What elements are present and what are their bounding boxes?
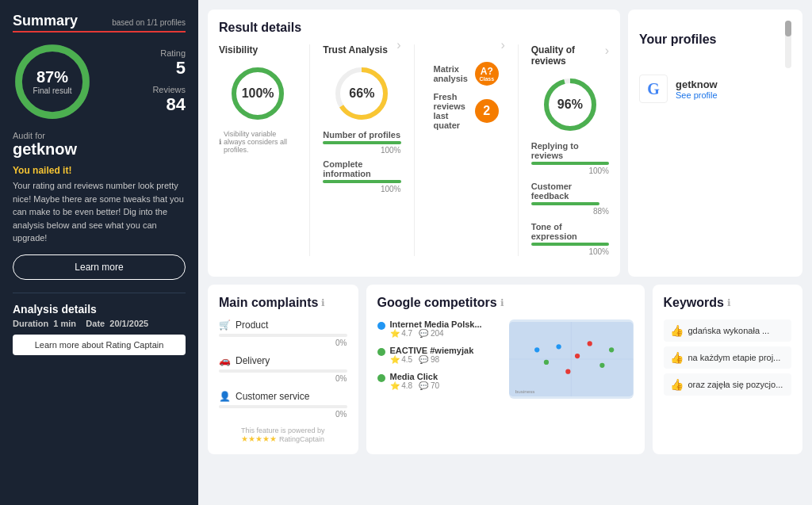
powered-stars: ★★★★★ RatingCaptain <box>219 434 347 443</box>
visibility-circle: 100% <box>226 62 289 125</box>
quality-value: 96% <box>557 98 583 112</box>
complete-info-bar <box>323 180 400 183</box>
keywords-card: Keywords ℹ 👍 gdańska wykonała ... 👍 na k… <box>653 285 803 454</box>
trust-chevron[interactable]: › <box>396 38 400 52</box>
audit-label: Audit for <box>13 131 186 140</box>
see-profile-link[interactable]: See profile <box>676 90 718 100</box>
comp-info-3: Media Click ⭐ 4.8 💬 70 <box>390 372 440 390</box>
quality-chevron[interactable]: › <box>605 44 609 58</box>
comp-stats-1: ⭐ 4.7 💬 204 <box>390 329 482 338</box>
svg-point-13 <box>588 341 592 346</box>
sidebar-title: Summary <box>13 13 78 29</box>
quality-col: Quality of reviews › 96% <box>531 44 609 256</box>
tone-bar <box>531 243 609 246</box>
visibility-col: Visibility 100% ℹ Visibility variable al… <box>219 44 297 256</box>
star-2: ⭐ 4.5 <box>390 355 413 364</box>
delivery-bar <box>219 369 347 373</box>
star-1: ⭐ 4.7 <box>390 329 413 338</box>
profile-scrollbar-thumb <box>785 21 791 36</box>
service-val: 0% <box>219 410 347 419</box>
rating-value: 5 <box>152 58 186 78</box>
keyword-1: 👍 gdańska wykonała ... <box>664 319 792 342</box>
feedback-item: Customer feedback 88% <box>531 182 609 216</box>
comp-name-2: EACTIVE #wiemyjak <box>390 346 474 355</box>
product-name: Product <box>236 319 268 331</box>
result-details-card: Result details Visibility 100% <box>208 10 620 277</box>
profile-icon: G <box>639 75 668 103</box>
competitors-inner: Internet Media Polsk... ⭐ 4.7 💬 204 EACT… <box>377 319 634 399</box>
matrix-fresh-row: Matrix analysis A? Class Fresh reviews l… <box>427 62 505 130</box>
date-value: 20/1/2025 <box>109 319 148 328</box>
complaints-card: Main complaints ℹ 🛒 Product 0% � <box>208 285 358 454</box>
donut-area: 87% Final result Rating 5 Reviews 84 <box>13 42 186 121</box>
quality-circle: 96% <box>538 73 602 136</box>
service-bar <box>219 405 347 408</box>
complaints-title-row: Main complaints ℹ <box>219 296 347 310</box>
rating-reviews: Rating 5 Reviews 84 <box>152 48 186 115</box>
analysis-section: Analysis details Duration 1 min Date 20/… <box>13 293 186 355</box>
profile-scrollbar[interactable] <box>785 21 791 68</box>
product-val: 0% <box>219 339 347 347</box>
matrix-label: Matrix analysis <box>434 64 469 83</box>
comp-stats-3: ⭐ 4.8 💬 70 <box>390 381 440 390</box>
analysis-meta: Duration 1 min Date 20/1/2025 <box>13 319 186 328</box>
trust-chevron2[interactable]: › <box>500 38 504 52</box>
matrix-col: › Matrix analysis A? Class <box>427 44 505 256</box>
learn-more-button[interactable]: Learn more <box>13 254 186 280</box>
keyword-text-1: gdańska wykonała ... <box>688 326 770 335</box>
complaints-info-icon[interactable]: ℹ <box>321 297 325 308</box>
matrix-badge: A? Class <box>475 62 499 86</box>
comp-dot-2 <box>377 348 385 356</box>
stars: ★★★★★ <box>241 434 277 443</box>
keywords-info-icon[interactable]: ℹ <box>727 297 731 308</box>
bottom-row: Main complaints ℹ 🛒 Product 0% � <box>208 285 802 454</box>
star-3: ⭐ 4.8 <box>390 381 413 390</box>
num-profiles-fill <box>323 141 400 144</box>
fresh-badge: 2 <box>475 99 499 123</box>
complaint-product: 🛒 Product 0% <box>219 319 347 347</box>
complaint-service-row: 👤 Customer service <box>219 391 347 402</box>
analysis-title: Analysis details <box>13 303 186 316</box>
audit-name: getknow <box>13 140 186 159</box>
matrix-badge-text: A? <box>481 67 493 76</box>
thumb-icon-3: 👍 <box>670 378 684 391</box>
keywords-title: Keywords <box>664 296 724 310</box>
complaint-delivery-row: 🚗 Delivery <box>219 355 347 366</box>
comp-rating-2: 4.5 <box>401 355 412 364</box>
product-icon: 🛒 <box>219 319 231 331</box>
visibility-value: 100% <box>242 86 274 101</box>
svg-text:business: business <box>515 388 535 394</box>
num-profiles-label: Number of profiles <box>323 130 400 140</box>
sidebar-line <box>13 31 186 33</box>
rating-captain-button[interactable]: Learn more about Rating Captain <box>13 335 186 355</box>
keyword-text-2: na każdym etapie proj... <box>688 353 781 362</box>
fresh-num: 2 <box>483 104 490 118</box>
feedback-val: 88% <box>531 207 609 216</box>
competitors-info-icon[interactable]: ℹ <box>500 297 504 308</box>
final-label: Final result <box>33 86 72 95</box>
powered-by: This feature is powered by ★★★★★ RatingC… <box>219 427 347 443</box>
svg-point-16 <box>565 369 570 374</box>
complaint-service: 👤 Customer service 0% <box>219 391 347 419</box>
comp-name-1: Internet Media Polsk... <box>390 319 482 329</box>
complete-info-label: Complete information <box>323 159 400 178</box>
matrix-spacer <box>427 44 430 55</box>
num-profiles-bar <box>323 141 400 144</box>
complaints-list: 🛒 Product 0% 🚗 Delivery 0% <box>219 319 347 419</box>
google-logo: G <box>647 80 660 98</box>
quality-title: Quality of reviews <box>531 44 605 67</box>
comp-rating-3: 4.8 <box>401 381 412 390</box>
trust-circle: 66% <box>330 62 393 125</box>
keyword-2: 👍 na każdym etapie proj... <box>664 346 792 369</box>
delivery-val: 0% <box>219 374 347 383</box>
tone-item: Tone of expression 100% <box>531 222 609 256</box>
comp-rating-1: 4.7 <box>401 329 412 338</box>
comp-name-3: Media Click <box>390 372 440 381</box>
nailed-text: Your rating and reviews number look pret… <box>13 179 186 245</box>
top-row: Result details Visibility 100% <box>208 10 802 277</box>
num-profiles-val: 100% <box>323 146 400 155</box>
visibility-title: Visibility <box>219 44 297 55</box>
comp-reviews-3: 70 <box>431 381 439 390</box>
matrix-item: Matrix analysis A? Class <box>434 62 499 86</box>
svg-point-18 <box>609 347 614 352</box>
